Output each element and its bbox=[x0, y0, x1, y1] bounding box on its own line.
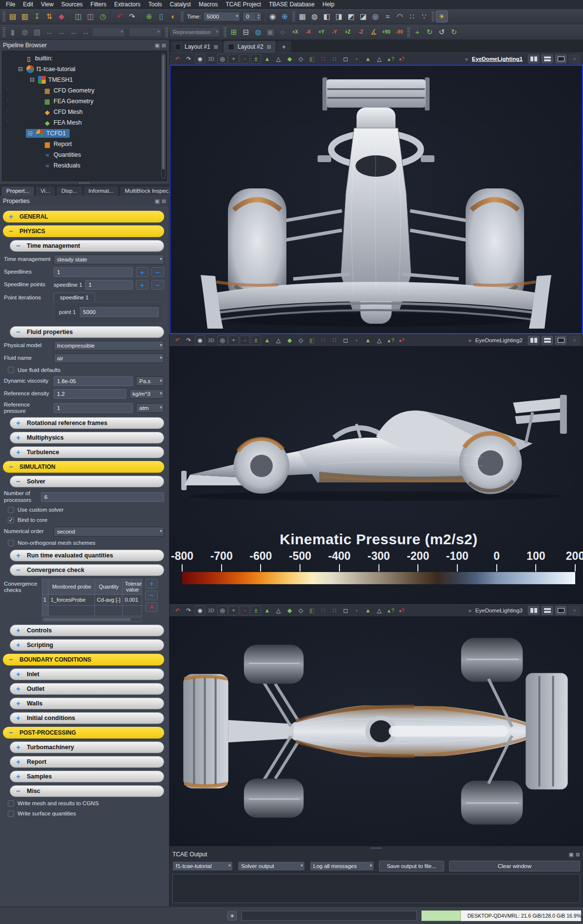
rescale-visible-range-icon[interactable]: ↔ bbox=[68, 26, 79, 38]
menu-sources[interactable]: Sources bbox=[57, 0, 87, 9]
view-minus-z-icon[interactable]: -Z bbox=[355, 26, 367, 38]
menu-help[interactable]: Help bbox=[319, 0, 339, 9]
query-cells-icon[interactable]: ▲? bbox=[385, 54, 395, 64]
section-convergence-check[interactable]: −Convergence check bbox=[10, 564, 164, 576]
select-box-icon[interactable]: ◻ bbox=[340, 54, 351, 64]
toolbar-grip[interactable] bbox=[432, 11, 434, 22]
render-viewport-3[interactable] bbox=[169, 616, 583, 846]
table-scrollbar[interactable] bbox=[42, 617, 142, 622]
zoom-to-box-icon[interactable]: ◌ bbox=[277, 26, 288, 38]
split-horizontal-button[interactable] bbox=[528, 55, 539, 63]
bind-to-core-checkbox[interactable]: ✓Bind to core bbox=[8, 517, 164, 523]
hover-probe-icon[interactable]: ◦ bbox=[352, 335, 362, 345]
num-processors-input[interactable]: 6 bbox=[41, 492, 164, 502]
convergence-table[interactable]: Monitored probe Quantity Tolerance value… bbox=[42, 579, 142, 616]
section-physics[interactable]: −PHYSICS bbox=[3, 225, 164, 237]
toggle-2d3d-button[interactable]: 3D bbox=[206, 54, 216, 64]
view3-name-link[interactable]: EyeDomeLighting3 bbox=[475, 608, 523, 613]
output-log-area[interactable] bbox=[172, 874, 580, 903]
numerical-order-select[interactable]: second▾ bbox=[54, 527, 164, 536]
render-viewport-1[interactable] bbox=[169, 65, 583, 334]
restore-connection-icon[interactable]: ⇅ bbox=[43, 11, 55, 22]
server-disconnect-icon[interactable]: ◫ bbox=[85, 11, 96, 22]
close-tab-icon[interactable]: ⊠ bbox=[267, 44, 271, 50]
select-points-on-icon[interactable]: − bbox=[240, 54, 250, 64]
float-panel-icon[interactable]: ▣ bbox=[154, 198, 159, 204]
select-points-on-icon[interactable]: − bbox=[240, 335, 250, 345]
physical-model-select[interactable]: Incompressible▾ bbox=[54, 341, 164, 351]
clip-icon[interactable]: ◧ bbox=[321, 11, 333, 22]
non-orthogonal-checkbox[interactable]: Non-orthogonal mesh schemes bbox=[8, 540, 164, 546]
zoom-closest-icon[interactable]: ⊟ bbox=[240, 26, 252, 38]
menu-file[interactable]: File bbox=[2, 0, 19, 9]
select-polygon-cells-icon[interactable]: ◆ bbox=[284, 54, 295, 64]
rescale-temporal-range-icon[interactable]: ↔ bbox=[80, 26, 92, 38]
select-box-icon[interactable]: ◻ bbox=[340, 335, 351, 345]
reset-camera-icon[interactable]: ◍ bbox=[252, 26, 264, 38]
camera-undo-icon[interactable]: ↶ bbox=[172, 606, 183, 615]
select-box-icon[interactable]: ◻ bbox=[340, 606, 351, 615]
color-legend[interactable]: Kinematic Pressure (m2/s2) -800 -700 -60… bbox=[182, 531, 575, 599]
view-minus-y-icon[interactable]: -Y bbox=[328, 26, 341, 38]
grow-selection-icon[interactable]: ▲ bbox=[363, 335, 373, 345]
rescale-custom-range-icon[interactable]: ↔ bbox=[56, 26, 67, 38]
speedline-points-remove-button[interactable]: − bbox=[151, 280, 164, 290]
warp-icon[interactable]: ◠ bbox=[394, 11, 406, 22]
view-plus-x-icon[interactable]: +X bbox=[289, 26, 301, 38]
use-fluid-defaults-checkbox[interactable]: Use fluid defaults bbox=[8, 367, 164, 373]
maximize-view-button[interactable] bbox=[555, 336, 566, 345]
section-simulation[interactable]: −SIMULATION bbox=[3, 461, 164, 473]
select-frustum-cells-icon[interactable]: ▲ bbox=[262, 54, 272, 64]
slice-icon[interactable]: ◨ bbox=[333, 11, 345, 22]
interactive-select-cells-icon[interactable]: ∷ bbox=[318, 606, 328, 615]
section-report[interactable]: +Report bbox=[10, 756, 164, 768]
toolbar-grip[interactable] bbox=[165, 27, 168, 37]
menu-extractors[interactable]: Extractors bbox=[111, 0, 145, 9]
screenshot-icon[interactable]: ◉ bbox=[195, 335, 205, 345]
viscosity-unit-select[interactable]: Pa.s▾ bbox=[136, 376, 164, 386]
shrink-selection-icon[interactable]: △ bbox=[374, 54, 384, 64]
toolbar-grip[interactable] bbox=[407, 27, 410, 37]
select-cells-on-icon[interactable]: + bbox=[228, 54, 239, 64]
select-polygon-cells-icon[interactable]: ◆ bbox=[284, 335, 295, 345]
select-cells-on-icon[interactable]: + bbox=[228, 606, 239, 615]
section-walls[interactable]: +Walls bbox=[10, 698, 164, 709]
time-management-select[interactable]: steady state▾ bbox=[54, 255, 164, 264]
maximize-view-button[interactable] bbox=[555, 55, 566, 63]
dynamic-viscosity-input[interactable]: 1.8e-05 bbox=[54, 376, 133, 386]
eye-hidden-icon[interactable]: ◔ bbox=[5, 118, 9, 124]
camera-redo-icon[interactable]: ↷ bbox=[184, 54, 194, 64]
save-folder-icon[interactable]: ▥ bbox=[19, 11, 31, 22]
query-points-icon[interactable]: ●? bbox=[396, 606, 407, 615]
stream-tracer-icon[interactable]: ≈ bbox=[382, 11, 394, 22]
color-component-combo[interactable]: ▾ bbox=[129, 27, 162, 37]
pipeline-item-fea-geometry[interactable]: ▦ FEA Geometry bbox=[2, 96, 160, 107]
toolbar-grip[interactable] bbox=[2, 11, 5, 22]
camera-add-icon[interactable]: ⊕ bbox=[279, 11, 291, 22]
output-stream-select[interactable]: Solver output▾ bbox=[238, 861, 305, 871]
toolbar-overflow-icon[interactable]: » bbox=[469, 337, 471, 343]
pipeline-item-f1-tcae-tutorial[interactable]: ⊟ f1-tcae-tutorial bbox=[2, 64, 160, 74]
split-horizontal-button[interactable] bbox=[528, 606, 539, 615]
section-time-management[interactable]: −Time management bbox=[10, 240, 164, 252]
camera-zoom-icon[interactable]: ◉ bbox=[267, 11, 279, 22]
speedline-tab[interactable]: speedline 1 bbox=[54, 293, 95, 302]
maximize-view-button[interactable] bbox=[555, 606, 566, 615]
select-cells-on-icon[interactable]: + bbox=[228, 335, 239, 345]
tab-display[interactable]: Disp... bbox=[56, 186, 83, 196]
speedlines-input[interactable]: 1 bbox=[54, 267, 133, 277]
reference-pressure-input[interactable]: 1 bbox=[54, 403, 133, 413]
screenshot-icon[interactable]: ◉ bbox=[195, 606, 205, 615]
interactive-select-points-icon[interactable]: ∷ bbox=[329, 54, 339, 64]
section-post-processing[interactable]: −POST-PROCESSING bbox=[3, 727, 164, 739]
eye-hidden-icon[interactable]: ◔ bbox=[5, 97, 9, 103]
filter-wizard-icon[interactable]: ◆ bbox=[56, 11, 67, 22]
float-panel-icon[interactable]: ▣ bbox=[568, 851, 573, 858]
reset-camera-direction-icon[interactable]: ▣ bbox=[264, 26, 276, 38]
view2-name-link[interactable]: EyeDomeLighting2 bbox=[475, 337, 523, 343]
section-fluid-properties[interactable]: −Fluid properties bbox=[10, 326, 164, 338]
fluid-name-select[interactable]: air▾ bbox=[54, 353, 164, 363]
save-data-icon[interactable]: ↧ bbox=[31, 11, 43, 22]
clear-window-button[interactable]: Clear window bbox=[449, 861, 580, 871]
use-custom-solver-checkbox[interactable]: Use custom solver bbox=[8, 507, 164, 513]
